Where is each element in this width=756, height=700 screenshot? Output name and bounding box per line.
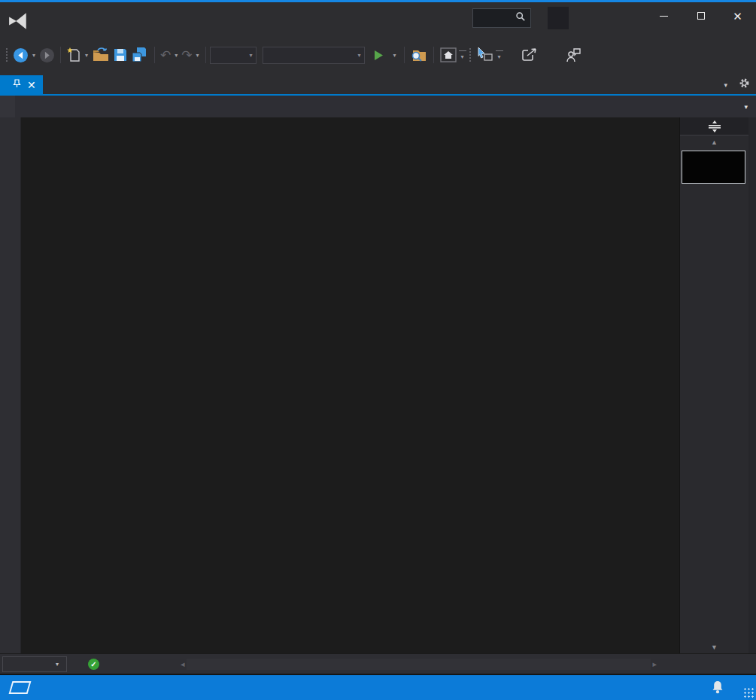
find-in-files-icon: [410, 47, 428, 63]
horizontal-scrollbar[interactable]: ◂ ▸: [179, 659, 658, 670]
resize-grip[interactable]: [743, 687, 754, 698]
splitter-icon: [707, 120, 722, 132]
zoom-dropdown-caret: ▾: [53, 661, 61, 668]
toolbar-separator: [205, 47, 206, 63]
close-button[interactable]: ✕: [719, 2, 756, 29]
code-editor[interactable]: [21, 117, 679, 653]
visual-studio-window: ✕ ▾ ▾: [0, 0, 756, 700]
breakpoint-margin[interactable]: [0, 117, 21, 653]
active-files-dropdown[interactable]: ▾: [721, 81, 730, 89]
save-button[interactable]: [111, 45, 129, 65]
search-input[interactable]: [478, 13, 515, 23]
new-file-dropdown-caret[interactable]: ▾: [83, 52, 90, 59]
window-controls: ✕: [645, 2, 756, 29]
close-tab-icon[interactable]: ✕: [27, 80, 36, 90]
editor-status-bar: ▾ ✓ ◂ ▸: [0, 653, 756, 674]
scroll-left-arrow[interactable]: ◂: [179, 659, 187, 669]
redo-dropdown-caret[interactable]: ▾: [194, 52, 202, 59]
back-dropdown-caret[interactable]: ▾: [30, 52, 38, 59]
minimap-scrollbar[interactable]: ▲ ▼: [679, 117, 756, 653]
live-share-button[interactable]: [520, 45, 544, 65]
open-folder-icon: [92, 47, 110, 63]
home-dropdown-caret[interactable]: ▾: [459, 50, 466, 60]
feedback-person-icon: [565, 47, 581, 62]
undo-icon: ↶: [160, 49, 171, 62]
platform-combobox[interactable]: ▾: [263, 47, 365, 64]
toolbar-drag-grip[interactable]: [5, 47, 9, 62]
quick-search-box[interactable]: [472, 8, 531, 28]
schema-dropdown-caret: ▾: [742, 103, 750, 111]
home-page-button[interactable]: [438, 45, 459, 65]
find-in-files-button[interactable]: [408, 45, 430, 65]
editor-main: ▲ ▼: [0, 117, 756, 653]
tab-result-json[interactable]: ✕: [0, 75, 43, 94]
search-icon: [515, 11, 526, 25]
save-icon: [113, 47, 128, 62]
toolbar-separator: [433, 47, 434, 63]
minimize-icon: [660, 16, 668, 17]
undo-dropdown-caret[interactable]: ▾: [172, 52, 180, 59]
standard-toolbar: ▾ ▾: [0, 39, 756, 75]
redo-button[interactable]: ↷: [180, 45, 193, 65]
minimize-button[interactable]: [645, 2, 682, 29]
live-share-icon: [521, 47, 538, 62]
document-tab-row: ✕ ▾: [0, 75, 756, 94]
undo-button[interactable]: ↶: [159, 45, 172, 65]
scroll-down-arrow[interactable]: ▼: [680, 644, 748, 651]
maximize-icon: [697, 12, 705, 20]
horizontal-scrollbar-track[interactable]: [187, 659, 651, 670]
solution-name: [548, 7, 569, 29]
app-parallelogram-icon[interactable]: [9, 681, 32, 694]
navigate-backward-button[interactable]: [11, 45, 30, 65]
new-file-icon: [66, 47, 81, 63]
maximize-button[interactable]: [682, 2, 719, 29]
editor-split-handle[interactable]: [680, 117, 748, 135]
configuration-combobox[interactable]: ▾: [210, 47, 257, 64]
schema-selector-combobox[interactable]: ▾: [15, 96, 756, 117]
attach-button[interactable]: ▾: [372, 45, 400, 65]
play-icon: [374, 50, 384, 61]
toolbar-separator: [60, 47, 61, 63]
title-bar: ✕: [0, 2, 756, 39]
save-all-icon: [131, 47, 149, 63]
select-dropdown-caret[interactable]: ▾: [496, 50, 503, 60]
navigate-forward-button[interactable]: [38, 45, 56, 65]
pin-tab-icon[interactable]: [13, 79, 21, 90]
notifications-bell-icon[interactable]: [711, 680, 724, 698]
back-arrow-icon: [13, 47, 29, 63]
send-feedback-button[interactable]: [563, 45, 583, 65]
blue-status-taskbar: [0, 675, 756, 700]
minimap-viewport[interactable]: [682, 151, 745, 184]
minimap-right-strip: [748, 117, 756, 653]
forward-arrow-icon: [39, 47, 55, 63]
json-schema-bar: ▾: [0, 96, 756, 117]
zoom-level-combobox[interactable]: ▾: [2, 656, 67, 672]
select-pointer-icon: [476, 47, 494, 63]
document-options-gear-icon[interactable]: [739, 78, 750, 92]
toolbar-separator: [154, 47, 155, 63]
save-all-button[interactable]: [129, 45, 150, 65]
visual-studio-logo-icon: [8, 11, 29, 35]
minimap-zone[interactable]: [680, 149, 748, 640]
scroll-right-arrow[interactable]: ▸: [651, 659, 658, 669]
scroll-up-arrow[interactable]: ▲: [680, 138, 748, 147]
close-icon: ✕: [733, 11, 742, 22]
open-file-button[interactable]: [90, 45, 111, 65]
attach-dropdown-caret: ▾: [391, 52, 399, 59]
select-element-button[interactable]: [475, 45, 496, 65]
redo-icon: ↷: [181, 49, 192, 62]
no-issues-check-icon: ✓: [88, 659, 99, 670]
new-file-button[interactable]: [65, 45, 83, 65]
toolbar-drag-grip[interactable]: [469, 47, 472, 62]
toolbar-separator: [404, 47, 405, 63]
home-icon: [439, 47, 457, 63]
